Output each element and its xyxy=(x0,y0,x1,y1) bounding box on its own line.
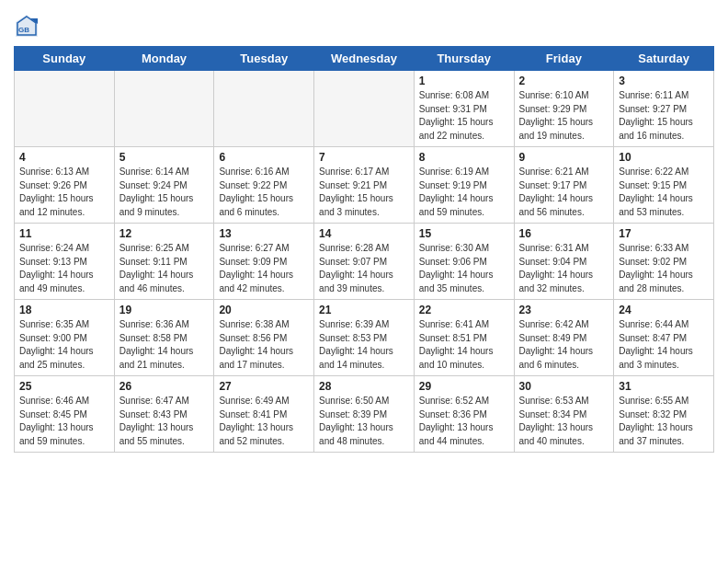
day-number: 7 xyxy=(319,151,409,164)
week-row-1: 4Sunrise: 6:13 AM Sunset: 9:26 PM Daylig… xyxy=(15,147,714,224)
day-cell: 16Sunrise: 6:31 AM Sunset: 9:04 PM Dayli… xyxy=(514,224,614,300)
day-info: Sunrise: 6:50 AM Sunset: 8:39 PM Dayligh… xyxy=(319,395,409,448)
day-number: 30 xyxy=(519,380,609,393)
day-cell xyxy=(15,71,115,147)
day-number: 5 xyxy=(119,151,210,164)
day-number: 24 xyxy=(619,304,709,316)
day-number: 31 xyxy=(619,380,709,393)
day-info: Sunrise: 6:17 AM Sunset: 9:21 PM Dayligh… xyxy=(319,166,409,219)
day-number: 14 xyxy=(319,227,409,240)
weekday-header-wednesday: Wednesday xyxy=(314,47,415,71)
day-number: 12 xyxy=(119,227,210,240)
logo: GB xyxy=(14,13,43,39)
day-number: 19 xyxy=(119,304,210,316)
calendar-page: GB SundayMondayTuesdayWednesdayThursdayF… xyxy=(0,0,728,563)
day-info: Sunrise: 6:11 AM Sunset: 9:27 PM Dayligh… xyxy=(619,89,709,143)
day-cell: 4Sunrise: 6:13 AM Sunset: 9:26 PM Daylig… xyxy=(15,147,115,224)
day-number: 22 xyxy=(419,304,509,316)
day-cell: 21Sunrise: 6:39 AM Sunset: 8:53 PM Dayli… xyxy=(314,300,415,376)
day-cell: 11Sunrise: 6:24 AM Sunset: 9:13 PM Dayli… xyxy=(15,224,115,300)
day-cell: 7Sunrise: 6:17 AM Sunset: 9:21 PM Daylig… xyxy=(314,147,415,224)
day-cell: 1Sunrise: 6:08 AM Sunset: 9:31 PM Daylig… xyxy=(414,71,514,147)
day-number: 9 xyxy=(519,151,609,164)
day-info: Sunrise: 6:53 AM Sunset: 8:34 PM Dayligh… xyxy=(519,395,609,448)
day-cell: 25Sunrise: 6:46 AM Sunset: 8:45 PM Dayli… xyxy=(15,376,115,453)
day-cell: 31Sunrise: 6:55 AM Sunset: 8:32 PM Dayli… xyxy=(614,376,714,453)
day-cell: 8Sunrise: 6:19 AM Sunset: 9:19 PM Daylig… xyxy=(414,147,514,224)
day-cell: 6Sunrise: 6:16 AM Sunset: 9:22 PM Daylig… xyxy=(214,147,314,224)
weekday-header-sunday: Sunday xyxy=(15,47,115,71)
weekday-header-thursday: Thursday xyxy=(414,47,514,71)
day-info: Sunrise: 6:52 AM Sunset: 8:36 PM Dayligh… xyxy=(419,395,509,448)
day-info: Sunrise: 6:19 AM Sunset: 9:19 PM Dayligh… xyxy=(419,166,509,219)
day-cell: 30Sunrise: 6:53 AM Sunset: 8:34 PM Dayli… xyxy=(514,376,614,453)
day-info: Sunrise: 6:44 AM Sunset: 8:47 PM Dayligh… xyxy=(619,318,709,372)
day-info: Sunrise: 6:33 AM Sunset: 9:02 PM Dayligh… xyxy=(619,242,709,295)
day-info: Sunrise: 6:08 AM Sunset: 9:31 PM Dayligh… xyxy=(419,89,509,143)
day-cell: 14Sunrise: 6:28 AM Sunset: 9:07 PM Dayli… xyxy=(314,224,415,300)
logo-icon: GB xyxy=(14,13,40,39)
week-row-2: 11Sunrise: 6:24 AM Sunset: 9:13 PM Dayli… xyxy=(15,224,714,300)
day-cell: 5Sunrise: 6:14 AM Sunset: 9:24 PM Daylig… xyxy=(114,147,214,224)
day-number: 17 xyxy=(619,227,709,240)
day-info: Sunrise: 6:27 AM Sunset: 9:09 PM Dayligh… xyxy=(219,242,309,295)
day-cell: 18Sunrise: 6:35 AM Sunset: 9:00 PM Dayli… xyxy=(15,300,115,376)
day-cell: 9Sunrise: 6:21 AM Sunset: 9:17 PM Daylig… xyxy=(514,147,614,224)
day-info: Sunrise: 6:25 AM Sunset: 9:11 PM Dayligh… xyxy=(119,242,210,295)
day-number: 13 xyxy=(219,227,309,240)
day-cell xyxy=(114,71,214,147)
day-number: 18 xyxy=(19,304,109,316)
header: GB xyxy=(14,9,714,39)
week-row-4: 25Sunrise: 6:46 AM Sunset: 8:45 PM Dayli… xyxy=(15,376,714,453)
day-info: Sunrise: 6:46 AM Sunset: 8:45 PM Dayligh… xyxy=(19,395,109,448)
day-info: Sunrise: 6:31 AM Sunset: 9:04 PM Dayligh… xyxy=(519,242,609,295)
weekday-header-monday: Monday xyxy=(114,47,214,71)
weekday-header-friday: Friday xyxy=(514,47,614,71)
day-info: Sunrise: 6:38 AM Sunset: 8:56 PM Dayligh… xyxy=(219,318,309,372)
day-info: Sunrise: 6:13 AM Sunset: 9:26 PM Dayligh… xyxy=(19,166,109,219)
day-cell: 24Sunrise: 6:44 AM Sunset: 8:47 PM Dayli… xyxy=(614,300,714,376)
day-number: 28 xyxy=(319,380,409,393)
day-cell: 10Sunrise: 6:22 AM Sunset: 9:15 PM Dayli… xyxy=(614,147,714,224)
day-number: 21 xyxy=(319,304,409,316)
day-cell: 26Sunrise: 6:47 AM Sunset: 8:43 PM Dayli… xyxy=(114,376,214,453)
day-info: Sunrise: 6:35 AM Sunset: 9:00 PM Dayligh… xyxy=(19,318,109,372)
day-info: Sunrise: 6:14 AM Sunset: 9:24 PM Dayligh… xyxy=(119,166,210,219)
day-cell: 12Sunrise: 6:25 AM Sunset: 9:11 PM Dayli… xyxy=(114,224,214,300)
day-cell: 27Sunrise: 6:49 AM Sunset: 8:41 PM Dayli… xyxy=(214,376,314,453)
day-info: Sunrise: 6:22 AM Sunset: 9:15 PM Dayligh… xyxy=(619,166,709,219)
day-number: 20 xyxy=(219,304,309,316)
day-number: 4 xyxy=(19,151,109,164)
day-info: Sunrise: 6:30 AM Sunset: 9:06 PM Dayligh… xyxy=(419,242,509,295)
day-info: Sunrise: 6:28 AM Sunset: 9:07 PM Dayligh… xyxy=(319,242,409,295)
day-info: Sunrise: 6:55 AM Sunset: 8:32 PM Dayligh… xyxy=(619,395,709,448)
day-number: 2 xyxy=(519,75,609,87)
weekday-header-row: SundayMondayTuesdayWednesdayThursdayFrid… xyxy=(15,47,714,71)
day-info: Sunrise: 6:47 AM Sunset: 8:43 PM Dayligh… xyxy=(119,395,210,448)
day-info: Sunrise: 6:39 AM Sunset: 8:53 PM Dayligh… xyxy=(319,318,409,372)
day-number: 25 xyxy=(19,380,109,393)
weekday-header-saturday: Saturday xyxy=(614,47,714,71)
day-info: Sunrise: 6:42 AM Sunset: 8:49 PM Dayligh… xyxy=(519,318,609,372)
day-cell: 2Sunrise: 6:10 AM Sunset: 9:29 PM Daylig… xyxy=(514,71,614,147)
day-number: 6 xyxy=(219,151,309,164)
day-number: 15 xyxy=(419,227,509,240)
day-info: Sunrise: 6:21 AM Sunset: 9:17 PM Dayligh… xyxy=(519,166,609,219)
day-cell: 22Sunrise: 6:41 AM Sunset: 8:51 PM Dayli… xyxy=(414,300,514,376)
day-cell: 29Sunrise: 6:52 AM Sunset: 8:36 PM Dayli… xyxy=(414,376,514,453)
day-info: Sunrise: 6:41 AM Sunset: 8:51 PM Dayligh… xyxy=(419,318,509,372)
day-cell: 17Sunrise: 6:33 AM Sunset: 9:02 PM Dayli… xyxy=(614,224,714,300)
day-cell: 19Sunrise: 6:36 AM Sunset: 8:58 PM Dayli… xyxy=(114,300,214,376)
week-row-3: 18Sunrise: 6:35 AM Sunset: 9:00 PM Dayli… xyxy=(15,300,714,376)
day-info: Sunrise: 6:49 AM Sunset: 8:41 PM Dayligh… xyxy=(219,395,309,448)
day-cell: 20Sunrise: 6:38 AM Sunset: 8:56 PM Dayli… xyxy=(214,300,314,376)
day-info: Sunrise: 6:10 AM Sunset: 9:29 PM Dayligh… xyxy=(519,89,609,143)
day-cell: 15Sunrise: 6:30 AM Sunset: 9:06 PM Dayli… xyxy=(414,224,514,300)
week-row-0: 1Sunrise: 6:08 AM Sunset: 9:31 PM Daylig… xyxy=(15,71,714,147)
day-number: 1 xyxy=(419,75,509,87)
day-info: Sunrise: 6:36 AM Sunset: 8:58 PM Dayligh… xyxy=(119,318,210,372)
day-cell: 28Sunrise: 6:50 AM Sunset: 8:39 PM Dayli… xyxy=(314,376,415,453)
day-number: 8 xyxy=(419,151,509,164)
calendar-table: SundayMondayTuesdayWednesdayThursdayFrid… xyxy=(14,46,714,453)
day-number: 11 xyxy=(19,227,109,240)
